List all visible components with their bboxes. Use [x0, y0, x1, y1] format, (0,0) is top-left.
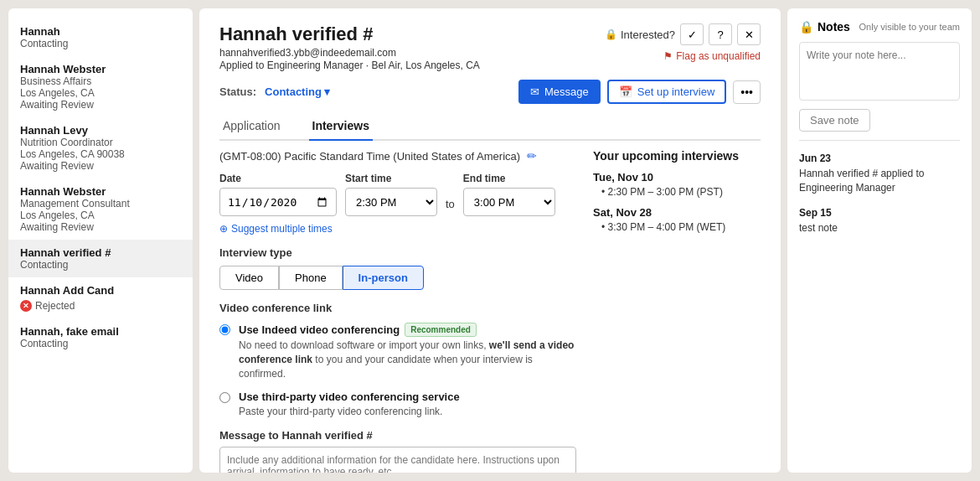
setup-interview-button[interactable]: 📅 Set up interview	[607, 80, 727, 104]
note-date: Jun 23	[799, 153, 960, 164]
radio-indeed-desc: No need to download software or import y…	[239, 339, 576, 380]
sidebar-item-hannah-webster-1[interactable]: Hannah WebsterBusiness AffairsLos Angele…	[8, 56, 193, 117]
radio-third-desc: Paste your third-party video conferencin…	[239, 405, 460, 419]
calendar-icon: 📅	[619, 85, 632, 98]
tab-application[interactable]: Application	[219, 112, 284, 141]
sidebar-item-hannah-webster-2[interactable]: Hannah WebsterManagement ConsultantLos A…	[8, 178, 193, 240]
message-icon: ✉	[530, 85, 539, 98]
status-row: Status: Contacting ▾ ✉ Message 📅 Set up …	[219, 80, 761, 104]
status-value[interactable]: Contacting ▾	[265, 85, 330, 98]
status-chevron-icon: ▾	[324, 85, 330, 98]
start-time-field-group: Start time 1:00 PM 1:30 PM 2:00 PM 2:30 …	[345, 173, 437, 216]
sidebar-item-role: Contacting	[20, 38, 181, 49]
notes-divider	[799, 140, 960, 141]
end-time-select[interactable]: 2:30 PM 3:00 PM 3:30 PM 4:00 PM	[463, 188, 555, 216]
radio-third-input[interactable]	[219, 392, 230, 403]
status-label: Status:	[219, 85, 256, 98]
timezone-row: (GMT-08:00) Pacific Standard Time (Unite…	[219, 149, 576, 163]
sidebar-item-role: Business Affairs	[20, 75, 181, 87]
timezone-text: (GMT-08:00) Pacific Standard Time (Unite…	[219, 150, 520, 163]
note-entry: Sep 15test note	[799, 207, 960, 235]
type-video-button[interactable]: Video	[219, 266, 279, 290]
sidebar-item-name: Hannah Levy	[20, 124, 181, 137]
message-textarea[interactable]	[219, 447, 576, 473]
interview-time: 2:30 PM – 3:00 PM (PST)	[593, 186, 761, 198]
rejected-badge: ✕ Rejected	[20, 300, 75, 312]
radio-indeed-input[interactable]	[219, 324, 230, 335]
message-button[interactable]: ✉ Message	[518, 80, 601, 104]
notes-textarea[interactable]	[799, 42, 960, 101]
upcoming-title: Your upcoming interviews	[593, 149, 761, 163]
sidebar-item-status: Awaiting Review	[20, 160, 181, 172]
flag-unqualified-link[interactable]: Flag as unqualified	[663, 50, 761, 62]
lock-notes-icon: 🔒	[799, 20, 813, 34]
sidebar-item-hannah-add-cand[interactable]: Hannah Add Cand✕ Rejected	[8, 277, 193, 318]
header-right: 🔒 Interested? ✓ ? ✕ Flag as unqualified	[605, 23, 761, 62]
sidebar-item-hannah-1[interactable]: HannahContacting	[8, 18, 193, 56]
type-buttons: Video Phone In-person	[219, 266, 576, 290]
interview-day: Sat, Nov 28	[593, 206, 761, 219]
recommended-badge: Recommended	[405, 323, 477, 337]
main-content: Hannah verified # hannahverified3.ybb@in…	[199, 8, 781, 473]
note-text: test note	[799, 221, 960, 235]
sidebar: HannahContactingHannah WebsterBusiness A…	[8, 8, 193, 473]
vc-label: Video conference link	[219, 302, 576, 314]
more-actions-button[interactable]: •••	[733, 80, 761, 104]
sidebar-item-location: Los Angeles, CA	[20, 87, 181, 99]
lock-icon: 🔒	[605, 28, 617, 40]
interview-day: Tue, Nov 10	[593, 171, 761, 184]
sidebar-item-name: Hannah Webster	[20, 63, 181, 75]
sidebar-item-status: Awaiting Review	[20, 99, 181, 111]
candidate-header: Hannah verified # hannahverified3.ybb@in…	[219, 23, 761, 71]
radio-third-title: Use third-party video conferencing servi…	[239, 390, 460, 403]
sidebar-item-hannah-verified[interactable]: Hannah verified #Contacting	[8, 240, 193, 277]
datetime-row: Date Start time 1:00 PM 1:30 PM 2:00 PM …	[219, 173, 576, 216]
date-input[interactable]	[219, 188, 337, 216]
sidebar-item-hannah-fake[interactable]: Hannah, fake emailContacting	[8, 318, 193, 356]
type-inperson-button[interactable]: In-person	[343, 266, 424, 290]
radio-third-option: Use third-party video conferencing servi…	[219, 390, 576, 419]
radio-indeed-option: Use Indeed video conferencing Recommende…	[219, 323, 576, 380]
sidebar-item-role: Management Consultant	[20, 198, 181, 209]
to-separator: to	[446, 198, 455, 210]
status-actions: ✉ Message 📅 Set up interview •••	[518, 80, 761, 104]
sidebar-item-name: Hannah verified #	[20, 246, 181, 259]
message-label: Message to Hannah verified #	[219, 429, 576, 442]
tab-interviews[interactable]: Interviews	[309, 112, 373, 141]
date-field-group: Date	[219, 173, 337, 216]
form-main: (GMT-08:00) Pacific Standard Time (Unite…	[219, 149, 576, 473]
interview-slot: Tue, Nov 102:30 PM – 3:00 PM (PST)	[593, 171, 761, 198]
sidebar-item-name: Hannah	[20, 25, 181, 38]
notes-panel: 🔒 Notes Only visible to your team Save n…	[787, 8, 972, 473]
upcoming-interviews: Your upcoming interviews Tue, Nov 102:30…	[593, 149, 761, 473]
end-time-field-group: End time 2:30 PM 3:00 PM 3:30 PM 4:00 PM	[463, 173, 555, 216]
interview-type-label: Interview type	[219, 246, 576, 259]
interested-row: 🔒 Interested? ✓ ? ✕	[605, 23, 761, 45]
notes-visibility: Only visible to your team	[859, 22, 960, 32]
radio-indeed-content: Use Indeed video conferencing Recommende…	[239, 323, 576, 380]
start-time-select[interactable]: 1:00 PM 1:30 PM 2:00 PM 2:30 PM 3:00 PM	[345, 188, 437, 216]
notes-header: 🔒 Notes Only visible to your team	[799, 20, 960, 34]
type-phone-button[interactable]: Phone	[279, 266, 343, 290]
save-note-button[interactable]: Save note	[799, 109, 870, 132]
notes-title: 🔒 Notes	[799, 20, 850, 34]
edit-timezone-icon[interactable]: ✏	[527, 149, 537, 163]
candidate-applied: Applied to Engineering Manager · Bel Air…	[219, 59, 480, 71]
interview-time: 3:30 PM – 4:00 PM (WET)	[593, 221, 761, 233]
interested-check-button[interactable]: ✓	[680, 23, 704, 45]
sidebar-item-hannah-levy[interactable]: Hannah LevyNutrition CoordinatorLos Ange…	[8, 117, 193, 178]
radio-third-content: Use third-party video conferencing servi…	[239, 390, 460, 419]
sidebar-item-status: Awaiting Review	[20, 221, 181, 233]
sidebar-item-location: Los Angeles, CA	[20, 209, 181, 221]
interested-question-button[interactable]: ?	[709, 23, 732, 45]
end-time-label: End time	[463, 173, 555, 184]
sidebar-item-role: Contacting	[20, 259, 181, 271]
start-time-label: Start time	[345, 173, 437, 184]
sidebar-item-role: Contacting	[20, 338, 181, 349]
interested-x-button[interactable]: ✕	[737, 23, 761, 45]
suggest-times-link[interactable]: Suggest multiple times	[219, 223, 576, 235]
radio-indeed-title: Use Indeed video conferencing Recommende…	[239, 323, 576, 337]
tabs-bar: Application Interviews	[219, 112, 761, 141]
sidebar-item-name: Hannah, fake email	[20, 325, 181, 338]
candidate-info: Hannah verified # hannahverified3.ybb@in…	[219, 23, 480, 71]
